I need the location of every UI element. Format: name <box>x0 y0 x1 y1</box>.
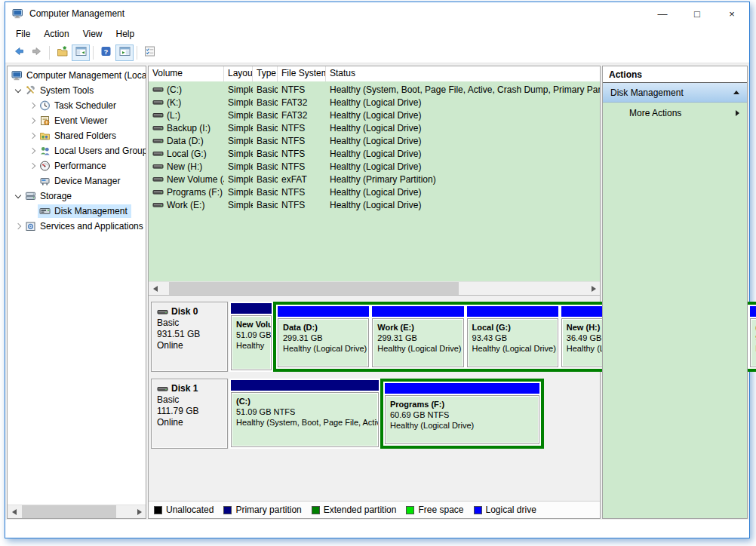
volume-row-new-volume-j[interactable]: New Volume (J:)SimpleBasicexFATHealthy (… <box>149 173 600 186</box>
chevron-right-icon[interactable] <box>26 133 38 138</box>
tree-item-system-tools[interactable]: System Tools <box>8 83 146 98</box>
tree-item-device-manager[interactable]: Device Manager <box>8 173 146 189</box>
menu-action[interactable]: Action <box>37 26 75 41</box>
chevron-right-icon[interactable] <box>26 103 38 108</box>
actions-group-disk-management[interactable]: Disk Management <box>603 83 747 103</box>
tree-item-computer-management-local[interactable]: Computer Management (Local <box>8 68 146 83</box>
tree-item-shared-folders[interactable]: Shared Folders <box>8 128 146 143</box>
column-header-file-system[interactable]: File System <box>278 66 326 81</box>
chevron-right-icon[interactable] <box>26 118 38 123</box>
tree-horizontal-scrollbar[interactable] <box>8 505 146 518</box>
back-button[interactable] <box>9 44 27 61</box>
chevron-right-icon[interactable] <box>26 164 38 168</box>
forward-button[interactable] <box>28 44 46 61</box>
help-icon: ? <box>100 46 112 60</box>
console-tree-toggle-button[interactable] <box>72 44 90 61</box>
left-arrow-icon <box>12 509 17 515</box>
volume-fs-cell: NTFS <box>278 123 326 133</box>
chevron-right-icon[interactable] <box>26 149 38 153</box>
collapse-icon[interactable] <box>733 90 739 94</box>
tree-item-label: Disk Management <box>54 206 128 216</box>
menu-view[interactable]: View <box>76 26 109 41</box>
scroll-left-button[interactable] <box>8 505 20 518</box>
maximize-button[interactable]: □ <box>680 2 715 25</box>
column-header-volume[interactable]: Volume <box>149 66 224 81</box>
volume-row-data-d[interactable]: Data (D:)SimpleBasicNTFSHealthy (Logical… <box>149 134 600 147</box>
more-actions-label: More Actions <box>629 108 681 118</box>
volume-layout-cell: Simple <box>224 97 253 108</box>
window-controls: — □ × <box>645 2 749 25</box>
chevron-down-icon[interactable] <box>12 195 23 198</box>
column-header-status[interactable]: Status <box>326 66 600 81</box>
disk-header-disk-1[interactable]: Disk 1Basic111.79 GBOnline <box>151 379 228 449</box>
chevron-right-icon[interactable] <box>12 224 23 229</box>
help-button[interactable]: ? <box>97 44 115 61</box>
scroll-thumb[interactable] <box>169 282 459 295</box>
volume-fs-cell: NTFS <box>278 149 326 159</box>
volume-status-cell: Healthy (Primary Partition) <box>326 174 600 185</box>
legend-label: Primary partition <box>235 505 301 515</box>
tree-item-label: Storage <box>40 191 72 201</box>
volume-row-backup-i[interactable]: Backup (I:)SimpleBasicNTFSHealthy (Logic… <box>149 121 600 134</box>
scroll-right-button[interactable] <box>133 505 146 518</box>
column-header-layout[interactable]: Layout <box>224 66 253 81</box>
volume-layout-cell: Simple <box>224 110 253 121</box>
menu-bar: FileActionViewHelp <box>5 25 749 42</box>
action-pane-toggle-icon <box>119 46 131 60</box>
tree-item-label: Device Manager <box>54 176 120 186</box>
scroll-thumb[interactable] <box>22 505 116 518</box>
partition-data-d[interactable]: Data (D:)299.31 GBHealthy (Logical Drive… <box>276 305 370 369</box>
export-button[interactable] <box>53 44 71 61</box>
tree-item-services-and-applications[interactable]: Services and Applications <box>8 219 146 234</box>
volume-name: New Volume (J:) <box>167 174 224 185</box>
legend-item-unallocated: Unallocated <box>154 505 214 515</box>
volume-list-horizontal-scrollbar[interactable] <box>149 281 600 295</box>
partition-c[interactable]: (C:)51.09 GB NTFSHealthy (System, Boot, … <box>229 379 380 449</box>
more-actions-item[interactable]: More Actions <box>603 103 747 123</box>
tree-item-storage[interactable]: Storage <box>8 189 146 204</box>
scroll-track[interactable] <box>20 505 133 518</box>
volume-name-cell: Work (E:) <box>149 200 224 210</box>
scroll-track[interactable] <box>161 282 587 295</box>
disk-header-disk-0[interactable]: Disk 0Basic931.51 GBOnline <box>151 302 228 372</box>
volume-row-l[interactable]: (L:)SimpleBasicFAT32Healthy (Logical Dri… <box>149 109 600 121</box>
partition-label: Data (D:) <box>283 322 367 333</box>
properties-button[interactable] <box>140 44 158 61</box>
tree-item-local-users-and-groups[interactable]: Local Users and Groups <box>8 143 146 158</box>
partition-local-g[interactable]: Local (G:)93.43 GBHealthy (Logical Drive… <box>466 305 560 369</box>
minimize-button[interactable]: — <box>645 2 680 25</box>
tree-item-disk-management[interactable]: Disk Management <box>8 204 146 219</box>
volume-name: (L:) <box>167 110 180 121</box>
close-button[interactable]: × <box>715 2 749 25</box>
tree-item-performance[interactable]: Performance <box>8 158 146 173</box>
menu-file[interactable]: File <box>9 26 37 41</box>
properties-icon <box>144 46 155 60</box>
tree-item-task-scheduler[interactable]: Task Scheduler <box>8 98 146 113</box>
scroll-left-button[interactable] <box>149 282 161 295</box>
partition-work-e[interactable]: Work (E:)299.31 GBHealthy (Logical Drive… <box>370 305 465 369</box>
partition-l[interactable]: (L:)9.29 GBHealthy (Logical Drive) <box>748 305 756 369</box>
volume-status-cell: Healthy (Logical Drive) <box>326 123 600 133</box>
tree-item-inner: Local Users and Groups <box>38 144 146 158</box>
partition-label: New Volume (J:) <box>236 319 269 330</box>
volume-row-c[interactable]: (C:)SimpleBasicNTFSHealthy (System, Boot… <box>149 83 600 96</box>
volume-row-new-h[interactable]: New (H:)SimpleBasicNTFSHealthy (Logical … <box>149 160 600 173</box>
partition-new-volume-j[interactable]: New Volume (J:)51.09 GBHealthy <box>229 302 273 372</box>
volume-row-programs-f[interactable]: Programs (F:)SimpleBasicNTFSHealthy (Log… <box>149 186 600 198</box>
column-header-type[interactable]: Type <box>253 66 278 81</box>
volume-row-k[interactable]: (K:)SimpleBasicFAT32Healthy (Logical Dri… <box>149 96 600 109</box>
partition-programs-f[interactable]: Programs (F:)60.69 GB NTFSHealthy (Logic… <box>383 382 541 446</box>
tree-item-label: Event Viewer <box>54 115 107 126</box>
scroll-right-button[interactable] <box>587 282 600 295</box>
drive-icon <box>152 149 164 159</box>
menu-help[interactable]: Help <box>109 26 142 41</box>
tree-item-event-viewer[interactable]: Event Viewer <box>8 113 146 128</box>
partition-status: Healthy (Logical Drive) <box>390 420 537 431</box>
volume-row-work-e[interactable]: Work (E:)SimpleBasicNTFSHealthy (Logical… <box>149 198 600 211</box>
action-pane-toggle-button[interactable] <box>115 44 134 61</box>
volume-row-local-g[interactable]: Local (G:)SimpleBasicNTFSHealthy (Logica… <box>149 147 600 160</box>
device-manager-icon <box>39 176 51 186</box>
volume-type-cell: Basic <box>253 187 278 198</box>
chevron-down-icon[interactable] <box>12 90 23 92</box>
logical-drive-band <box>385 383 539 394</box>
